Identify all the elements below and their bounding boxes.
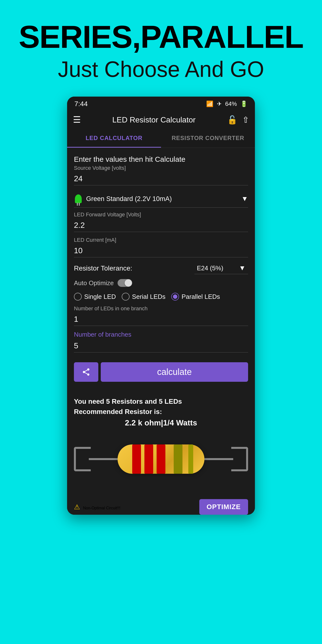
instruction-text: Enter the values then hit Calculate — [74, 155, 248, 164]
source-voltage-input[interactable] — [74, 172, 248, 186]
auto-optimize-toggle[interactable] — [118, 279, 132, 287]
led-current-input[interactable] — [74, 244, 248, 257]
share-icon[interactable]: ⇧ — [242, 115, 249, 125]
calculate-button[interactable]: calculate — [101, 362, 248, 382]
status-bar: 7:44 📶 ✈ 64% 🔋 — [67, 96, 255, 110]
tab-led-calculator[interactable]: LED CALCULATOR — [67, 129, 161, 148]
led-mode-radio-group: Single LED Serial LEDs Parallel LEDs — [74, 293, 248, 300]
tolerance-row: Resistor Tolerance: E24 (5%) ▼ — [74, 262, 248, 274]
radio-single-led[interactable]: Single LED — [74, 293, 116, 300]
phone-frame: 7:44 📶 ✈ 64% 🔋 ☰ LED Resistor Calculator… — [67, 96, 255, 515]
resistor-band-3 — [156, 444, 166, 474]
action-buttons: calculate — [74, 362, 248, 382]
lock-icon[interactable]: 🔓 — [227, 115, 237, 125]
content-area: Enter the values then hit Calculate Sour… — [67, 148, 255, 394]
battery-icon: 🔋 — [240, 100, 248, 107]
optimize-button[interactable]: OPTIMIZE — [199, 499, 248, 515]
led-selector-dropdown[interactable]: Green Standard (2.2V 10mA) ▼ — [74, 190, 248, 208]
result-line1: You need 5 Resistors and 5 LEDs — [74, 396, 248, 407]
airplane-icon: ✈ — [217, 100, 222, 107]
resistor-diagram — [74, 432, 248, 486]
radio-circle-serial — [122, 293, 130, 300]
share-button[interactable] — [74, 362, 98, 382]
resistor-lead-right — [204, 458, 233, 460]
bottom-banner: ⚠ Non-Optimal Circuit!!! OPTIMIZE — [67, 496, 255, 515]
radio-circle-single — [74, 293, 82, 300]
status-icons: 📶 ✈ 64% 🔋 — [206, 100, 248, 107]
resistor-band-1 — [132, 444, 141, 474]
circuit-bracket-right — [231, 447, 248, 471]
tolerance-dropdown-arrow: ▼ — [239, 264, 246, 272]
branches-input[interactable] — [74, 339, 248, 352]
wifi-icon: 📶 — [206, 100, 214, 107]
radio-serial-leds[interactable]: Serial LEDs — [122, 293, 166, 300]
result-value: 2.2 k ohm|1/4 Watts — [74, 418, 248, 428]
tolerance-label: Resistor Tolerance: — [74, 264, 194, 272]
status-time: 7:44 — [74, 100, 88, 108]
radio-inner-parallel — [173, 294, 177, 299]
resistor-lead-left — [89, 458, 118, 460]
led-current-label: LED Current [mA] — [74, 237, 248, 243]
auto-optimize-label: Auto Optimize — [74, 279, 114, 287]
radio-circle-parallel — [171, 293, 179, 300]
promo-title: SERIES,PARALLEL — [15, 20, 307, 54]
resistor-band-2 — [144, 444, 153, 474]
promo-subtitle: Just Choose And GO — [15, 57, 307, 82]
promo-section: SERIES,PARALLEL Just Choose And GO — [0, 0, 322, 96]
tolerance-dropdown[interactable]: E24 (5%) ▼ — [194, 262, 248, 274]
resistor-body — [118, 444, 204, 474]
result-area: You need 5 Resistors and 5 LEDs Recommen… — [67, 394, 255, 496]
resistor-band-5 — [188, 444, 193, 474]
led-forward-voltage-label: LED Forward Voltage [Volts] — [74, 212, 248, 218]
radio-label-single: Single LED — [84, 293, 116, 300]
result-line2: Recommended Resistor is: — [74, 407, 248, 417]
radio-parallel-leds[interactable]: Parallel LEDs — [171, 293, 220, 300]
warning-icon: ⚠ — [74, 503, 80, 511]
tab-resistor-converter[interactable]: RESISTOR CONVERTER — [161, 129, 255, 148]
tab-bar: LED CALCULATOR RESISTOR CONVERTER — [67, 129, 255, 148]
led-dropdown-arrow: ▼ — [241, 195, 248, 203]
resistor-band-4 — [174, 444, 182, 474]
tolerance-value: E24 (5%) — [197, 264, 223, 272]
app-title: LED Resistor Calculator — [86, 116, 222, 124]
non-optimal-label: Non-Optimal Circuit!!! — [83, 506, 120, 510]
battery-text: 64% — [225, 100, 237, 107]
share-button-icon — [82, 368, 90, 376]
led-forward-voltage-input[interactable] — [74, 219, 248, 232]
circuit-bracket-left — [74, 447, 91, 471]
led-selector-value: Green Standard (2.2V 10mA) — [86, 195, 241, 203]
leds-in-branch-label: Number of LEDs in one branch — [74, 306, 248, 312]
non-optimal-text: ⚠ Non-Optimal Circuit!!! — [74, 503, 120, 511]
source-voltage-label: Source Voltage [volts] — [74, 165, 248, 171]
toggle-knob — [125, 279, 132, 287]
radio-label-serial: Serial LEDs — [132, 293, 166, 300]
branches-label: Number of branches — [74, 331, 248, 338]
radio-label-parallel: Parallel LEDs — [182, 293, 220, 300]
leds-in-branch-input[interactable] — [74, 313, 248, 326]
auto-optimize-row: Auto Optimize — [74, 279, 248, 287]
app-bar: ☰ LED Resistor Calculator 🔓 ⇧ — [67, 110, 255, 129]
menu-icon[interactable]: ☰ — [73, 115, 81, 125]
led-icon — [74, 193, 83, 204]
